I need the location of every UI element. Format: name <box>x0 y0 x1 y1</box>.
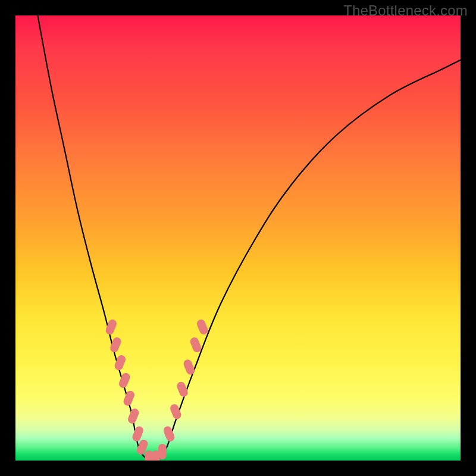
bead <box>118 372 131 389</box>
bead <box>122 390 136 407</box>
plot-area <box>15 15 461 461</box>
bead <box>196 318 209 336</box>
bead <box>127 408 140 425</box>
bead <box>189 336 203 353</box>
bottleneck-curve <box>37 15 461 461</box>
chart-frame: TheBottleneck.com <box>0 0 476 476</box>
curve-layer <box>15 15 461 461</box>
highlight-beads <box>104 318 209 461</box>
bead <box>158 444 167 459</box>
bead <box>182 358 196 375</box>
